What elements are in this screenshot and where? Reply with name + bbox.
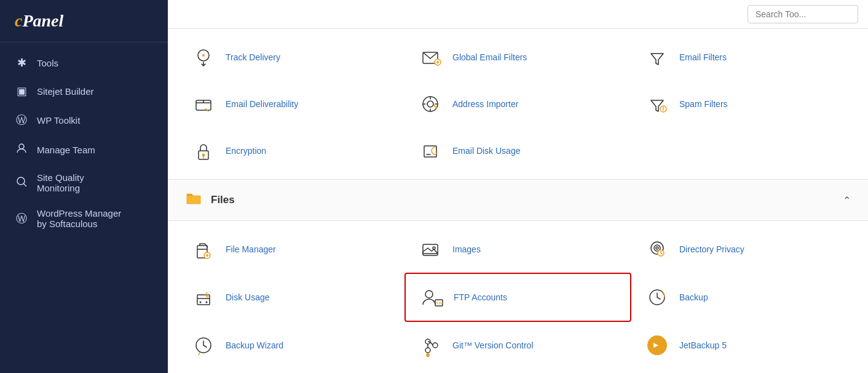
main-content: Track Delivery Global Email Filters	[168, 0, 868, 373]
grid-item-disk-usage[interactable]: Disk Usage	[178, 273, 404, 322]
grid-item-backup-wizard[interactable]: Backup Wizard	[178, 322, 404, 369]
grid-item-spam-filters[interactable]: Spam Filters	[631, 81, 858, 127]
jetbackup5-icon	[644, 332, 671, 359]
files-items-grid: File Manager Images	[168, 221, 868, 373]
global-email-filters-label: Global Email Filters	[452, 52, 527, 62]
grid-item-directory-privacy[interactable]: Directory Privacy	[631, 226, 858, 273]
encryption-icon	[190, 137, 217, 164]
sidebar-item-tools[interactable]: ✱ Tools	[0, 49, 168, 77]
grid-item-file-manager[interactable]: File Manager	[178, 226, 404, 273]
sidebar-nav: ✱ Tools ▣ Sitejet Builder Ⓦ WP Toolkit M…	[0, 42, 168, 373]
grid-item-global-email-filters[interactable]: Global Email Filters	[404, 34, 631, 81]
svg-point-25	[200, 302, 202, 303]
images-label: Images	[452, 244, 481, 254]
grid-item-ftp-accounts[interactable]: FTP FTP Accounts	[404, 273, 631, 322]
git-version-control-icon	[417, 332, 444, 359]
tools-icon: ✱	[15, 56, 28, 70]
email-deliverability-icon	[190, 90, 217, 118]
backup-icon	[644, 284, 671, 311]
grid-item-email-disk-usage[interactable]: Email Disk Usage	[404, 127, 631, 174]
svg-point-2	[202, 54, 205, 57]
grid-item-images[interactable]: Images	[404, 226, 631, 273]
backup-wizard-icon	[190, 332, 217, 359]
manage-team-icon	[15, 142, 28, 158]
email-items-grid: Track Delivery Global Email Filters	[168, 29, 868, 179]
collapse-files-icon[interactable]: ⌃	[843, 195, 851, 206]
svg-point-19	[433, 247, 435, 249]
sidebar-item-site-quality[interactable]: Site QualityMonitoring	[0, 165, 168, 201]
grid-item-encryption[interactable]: Encryption	[178, 127, 404, 174]
ftp-accounts-label: FTP Accounts	[454, 292, 507, 302]
sidebar-item-manage-team[interactable]: Manage Team	[0, 135, 168, 165]
track-delivery-icon	[190, 44, 217, 71]
svg-point-22	[656, 247, 658, 249]
disk-usage-label: Disk Usage	[226, 292, 270, 302]
git-version-control-label: Git™ Version Control	[452, 340, 534, 350]
backup-wizard-label: Backup Wizard	[226, 340, 283, 350]
grid-item-git-version-control[interactable]: Git™ Version Control	[404, 322, 631, 369]
sidebar-item-sitejet[interactable]: ▣ Sitejet Builder	[0, 77, 168, 105]
grid-item-email-filters[interactable]: Email Filters	[631, 34, 858, 81]
header	[168, 0, 868, 29]
svg-point-6	[205, 108, 207, 110]
grid-item-jetbackup5[interactable]: JetBackup 5	[631, 322, 858, 369]
sidebar-label-manage-team: Manage Team	[37, 145, 95, 155]
svg-point-34	[433, 343, 438, 348]
email-section: Track Delivery Global Email Filters	[168, 29, 868, 179]
backup-label: Backup	[679, 292, 708, 302]
svg-text:FTP: FTP	[436, 302, 443, 305]
sidebar-label-tools: Tools	[37, 58, 58, 68]
logo: cPanel	[0, 0, 168, 42]
svg-point-33	[425, 348, 430, 353]
wordpress-manager-icon: Ⓦ	[15, 211, 28, 226]
folder-icon	[185, 190, 202, 211]
grid-item-backup[interactable]: Backup	[631, 273, 858, 322]
svg-point-26	[206, 302, 208, 303]
global-email-filters-icon	[417, 44, 444, 71]
files-section-header: Files ⌃	[168, 179, 868, 221]
sidebar-label-sitejet: Sitejet Builder	[37, 86, 94, 97]
spam-filters-icon	[644, 90, 671, 118]
svg-point-27	[425, 291, 433, 298]
disk-usage-icon	[190, 284, 217, 311]
address-importer-label: Address Importer	[452, 99, 518, 109]
site-quality-icon	[15, 175, 28, 191]
spam-filters-label: Spam Filters	[679, 99, 728, 109]
files-section-title: Files	[211, 194, 235, 206]
ftp-accounts-icon: FTP	[418, 284, 445, 311]
sidebar-label-site-quality: Site QualityMonitoring	[37, 172, 84, 193]
sidebar-item-wordpress-manager[interactable]: Ⓦ WordPress Managerby Softaculous	[0, 201, 168, 236]
images-icon	[417, 236, 444, 263]
grid-item-address-importer[interactable]: Address Importer	[404, 81, 631, 127]
svg-point-8	[427, 101, 433, 107]
sidebar-item-wptoolkit[interactable]: Ⓦ WP Toolkit	[0, 105, 168, 135]
encryption-label: Encryption	[226, 146, 266, 156]
track-delivery-label: Track Delivery	[226, 52, 280, 62]
svg-point-9	[436, 107, 438, 109]
file-manager-label: File Manager	[226, 244, 276, 254]
email-filters-icon	[644, 44, 671, 71]
sidebar-label-wordpress-manager: WordPress Managerby Softaculous	[37, 208, 121, 229]
files-header-left: Files	[185, 190, 235, 211]
file-manager-icon	[190, 236, 217, 263]
jetbackup5-label: JetBackup 5	[679, 340, 727, 350]
sitejet-icon: ▣	[15, 84, 28, 98]
sidebar-label-wptoolkit: WP Toolkit	[37, 115, 80, 126]
wp-icon: Ⓦ	[15, 113, 28, 127]
email-deliverability-label: Email Deliverability	[226, 99, 298, 109]
sidebar: cPanel ✱ Tools ▣ Sitejet Builder Ⓦ WP To…	[0, 0, 168, 373]
svg-point-11	[663, 110, 664, 111]
directory-privacy-label: Directory Privacy	[679, 244, 744, 254]
search-input[interactable]	[748, 5, 858, 23]
svg-point-35	[426, 353, 430, 357]
files-section: Files ⌃ File Manager	[168, 179, 868, 373]
grid-item-track-delivery[interactable]: Track Delivery	[178, 34, 404, 81]
address-importer-icon	[417, 90, 444, 118]
grid-item-email-deliverability[interactable]: Email Deliverability	[178, 81, 404, 127]
directory-privacy-icon	[644, 236, 671, 263]
email-disk-usage-icon	[417, 137, 444, 164]
email-disk-usage-label: Email Disk Usage	[452, 146, 520, 156]
svg-point-0	[19, 144, 24, 149]
email-filters-label: Email Filters	[679, 52, 727, 62]
